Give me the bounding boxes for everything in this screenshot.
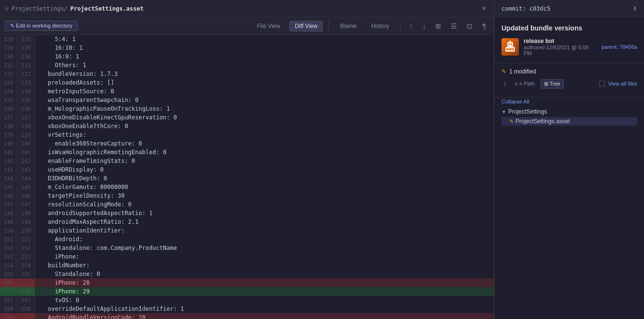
blame-button[interactable]: Blame — [335, 21, 362, 31]
line-content: AndroidBundleVersionCode: 28 — [35, 313, 494, 319]
line-content: iPhone: 28 — [35, 278, 494, 287]
file-name: ProjectSettings.asset — [515, 118, 570, 125]
author-info: release bot authored 12/6/2021 @ 6:09 PM — [524, 38, 597, 56]
tree-label: Tree — [550, 81, 560, 87]
history-button[interactable]: History — [366, 21, 394, 31]
line-num-new: 128 — [17, 35, 35, 44]
line-content: Standalone: 0 — [35, 270, 494, 278]
line-num-new: 130 — [17, 52, 35, 61]
commit-title: Updated bundle versions — [501, 24, 637, 32]
line-num-new: 144 — [17, 174, 35, 183]
sort-button[interactable]: ↕ — [501, 79, 509, 88]
table-row: 149149 androidMaxAspectRatio: 2.1 — [0, 218, 494, 226]
table-row: 145145 m_ColorGamuts: 00000000 — [0, 183, 494, 191]
line-content: tvOS: 0 — [35, 296, 494, 304]
table-row: 129129 16:10: 1 — [0, 44, 494, 52]
file-row[interactable]: ✎ ProjectSettings.asset — [501, 117, 637, 126]
table-row: 135135 wsaTransparentSwapchain: 0 — [0, 96, 494, 104]
line-num-new: 146 — [17, 191, 35, 200]
view-all-files-button[interactable]: View all files — [599, 81, 637, 87]
line-content: Others: 1 — [35, 61, 494, 70]
line-num-new: 157 — [17, 296, 35, 304]
table-row: 153153 iPhone: — [0, 252, 494, 261]
code-area[interactable]: 128128 5:4: 1129129 16:10: 1130130 16:9:… — [0, 35, 494, 319]
table-row: 154154 buildNumber: — [0, 261, 494, 270]
folder-arrow-icon: ▼ — [501, 109, 506, 115]
table-row: 158158 overrideDefaultApplicationIdentif… — [0, 304, 494, 313]
left-panel: ⑂ ProjectSettings/ProjectSettings.asset … — [0, 0, 494, 319]
toolbar-divider — [329, 21, 329, 31]
scroll-up-button[interactable]: ↑ — [406, 21, 415, 31]
commit-id: commit: c03dc5 — [501, 5, 550, 12]
table-row: 159 AndroidBundleVersionCode: 28 — [0, 313, 494, 319]
line-num-old: 148 — [0, 209, 17, 218]
close-button[interactable]: × — [479, 3, 489, 14]
path-button[interactable]: ≡ ≡ Path — [512, 80, 538, 87]
line-num-old: 147 — [0, 200, 17, 209]
line-num-old: 146 — [0, 191, 17, 200]
path-label: ≡ Path — [519, 81, 534, 87]
svg-rect-4 — [506, 48, 508, 50]
line-num-old: 156 — [0, 278, 17, 287]
table-row: 137137 xboxOneDisableKinectGpuReservatio… — [0, 113, 494, 122]
edit-in-working-directory-button[interactable]: ✎ Edit in working directory — [5, 21, 78, 31]
line-content: enable360StereoCapture: 0 — [35, 139, 494, 148]
line-num-new: 154 — [17, 261, 35, 270]
table-row: 133133 preloadedAssets: [] — [0, 78, 494, 87]
svg-rect-0 — [507, 42, 513, 47]
table-row: 138138 xboxOneEnable7thCore: 0 — [0, 122, 494, 130]
line-content: m_ColorGamuts: 00000000 — [35, 183, 494, 191]
table-row: 150150 applicationIdentifier: — [0, 226, 494, 235]
line-content: androidMaxAspectRatio: 2.1 — [35, 218, 494, 226]
line-content: isWsaHolographicRemotingEnabled: 0 — [35, 148, 494, 157]
line-num-old: 128 — [0, 35, 17, 44]
table-row: 151151 Android: — [0, 235, 494, 244]
line-content: 16:9: 1 — [35, 52, 494, 61]
line-content: vrSettings: — [35, 130, 494, 139]
code-table: 128128 5:4: 1129129 16:10: 1130130 16:9:… — [0, 35, 494, 319]
diff-view-button[interactable]: Diff View — [289, 21, 323, 31]
line-num-new: 155 — [17, 270, 35, 278]
line-num-new: 141 — [17, 148, 35, 157]
tree-button[interactable]: ⊞ Tree — [541, 79, 564, 88]
author-name: release bot — [524, 38, 597, 44]
table-row: 157157 tvOS: 0 — [0, 296, 494, 304]
download-icon[interactable]: ⬇ — [632, 4, 637, 13]
line-num-old: 142 — [0, 157, 17, 165]
table-row: 147147 resolutionScalingMode: 0 — [0, 200, 494, 209]
line-num-new: 149 — [17, 218, 35, 226]
line-num-new: 133 — [17, 78, 35, 87]
table-row: 139139 vrSettings: — [0, 130, 494, 139]
collapse-all-button[interactable]: Collapse All — [501, 98, 637, 105]
git-icon: ⑂ — [5, 5, 9, 13]
split-view-button[interactable]: ⊡ — [464, 21, 475, 31]
file-modified-icon: ✎ — [509, 118, 514, 125]
line-content: wsaTransparentSwapchain: 0 — [35, 96, 494, 104]
line-num-new: 132 — [17, 70, 35, 78]
table-row: 142142 enableFrameTimingStats: 0 — [0, 157, 494, 165]
svg-rect-7 — [509, 41, 511, 43]
line-num-old: 133 — [0, 78, 17, 87]
right-panel: commit: c03dc5 ⬇ Updated bundle versions — [494, 0, 644, 319]
line-num-new: 156 — [17, 287, 35, 296]
line-num-old: 136 — [0, 104, 17, 113]
line-num-new: 151 — [17, 235, 35, 244]
line-num-old: 139 — [0, 130, 17, 139]
table-row: 155155 Standalone: 0 — [0, 270, 494, 278]
table-row: 148148 androidSupportedAspectRatio: 1 — [0, 209, 494, 218]
line-num-old: 152 — [0, 244, 17, 252]
line-content: androidSupportedAspectRatio: 1 — [35, 209, 494, 218]
whitespace-button[interactable]: ¶ — [479, 21, 489, 31]
scroll-down-button[interactable]: ↓ — [419, 21, 429, 31]
line-content: iPhone: — [35, 252, 494, 261]
table-row: 156 iPhone: 29 — [0, 287, 494, 296]
file-view-button[interactable]: File View — [252, 21, 286, 31]
folder-row[interactable]: ▼ ProjectSettings — [501, 107, 637, 116]
line-num-old: 131 — [0, 61, 17, 70]
line-content: xboxOneDisableKinectGpuReservation: 0 — [35, 113, 494, 122]
grid-view-button[interactable]: ⊞ — [432, 21, 444, 31]
list-view-button[interactable]: ☰ — [448, 21, 460, 31]
line-num-new: 153 — [17, 252, 35, 261]
line-content: enableFrameTimingStats: 0 — [35, 157, 494, 165]
line-num-new: 150 — [17, 226, 35, 235]
